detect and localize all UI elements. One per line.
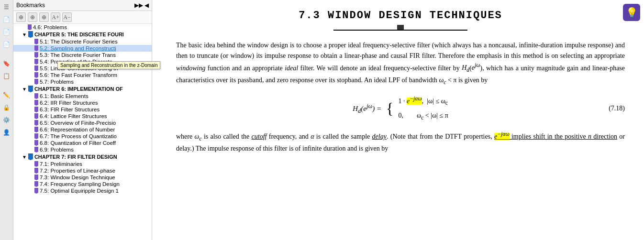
bookmark-icon-5-5	[34, 65, 38, 71]
bookmark-icon-6-2	[34, 100, 38, 106]
tree-label-7-5: 7.5: Optimal Equiripple Design 1	[40, 188, 119, 194]
tree-item-7-2[interactable]: 7.2: Properties of Linear-phase	[13, 167, 152, 174]
bookmark-icon-5-3	[34, 52, 38, 58]
nav-icon-6[interactable]: 📋	[1, 71, 12, 81]
tree-item-6-5[interactable]: 6.5: Overview of Finite-Precisio	[13, 120, 152, 126]
nav-icon-4[interactable]: 📄	[1, 39, 12, 50]
case-row-1: 1 · e−jαω, |ω| ≤ ωc	[398, 95, 448, 108]
tree-item-4-6[interactable]: 4.6: Problems	[13, 24, 152, 31]
tree-item-ch5[interactable]: ▼ CHAPTER 5: THE DISCRETE FOURI	[13, 31, 152, 38]
sidebar-header-icons: ▶▶ ◀	[134, 2, 149, 9]
tree-item-6-3[interactable]: 6.3: FIR Filter Structures	[13, 106, 152, 113]
tree-label-ch6: CHAPTER 6: IMPLEMENTATION OF	[34, 86, 123, 92]
equation-7-18: Hd(ejω) = { 1 · e−jαω, |ω| ≤ ωc 0, ωc < …	[176, 95, 625, 122]
nav-icon-8[interactable]: 🔒	[1, 102, 12, 113]
tree-item-7-3[interactable]: 7.3: Window Design Technique	[13, 174, 152, 181]
tree-item-ch7[interactable]: ▼ CHAPTER 7: FIR FILTER DESIGN	[13, 153, 152, 161]
tree-item-7-5[interactable]: 7.5: Optimal Equiripple Design 1	[13, 187, 152, 194]
math-cases: 1 · e−jαω, |ω| ≤ ωc 0, ωc < |ω| ≤ π	[398, 95, 448, 122]
tree-label-5-6: 5.6: The Fast Fourier Transform	[40, 72, 117, 78]
sidebar: Bookmarks ▶▶ ◀ ⊕ ⊕ ⊕ A+ A− 4.6: Problems…	[13, 0, 152, 240]
tree-label-5-2: 5.2: Sampling and Reconstructi	[40, 45, 116, 51]
tree-item-5-1[interactable]: 5.1: The Discrete Fourier Series	[13, 38, 152, 45]
content-area: The basic idea behind the window design …	[176, 40, 625, 154]
bookmark-icon-6-5	[34, 120, 38, 126]
expand-ch5[interactable]: ▼	[22, 32, 27, 37]
tree-item-ch6[interactable]: ▼ CHAPTER 6: IMPLEMENTATION OF	[13, 85, 152, 93]
toolbar-btn-1[interactable]: ⊕	[16, 12, 26, 22]
bookmark-icon-7-2	[34, 168, 38, 174]
bookmark-icon-5-6	[34, 72, 38, 78]
tree-label-7-2: 7.2: Properties of Linear-phase	[40, 168, 115, 174]
bookmark-icon-7-1	[34, 161, 38, 167]
tree-label-ch7: CHAPTER 7: FIR FILTER DESIGN	[34, 154, 117, 160]
hd-label: Hd(ejω) =	[353, 101, 381, 116]
toolbar-btn-a-plus[interactable]: A+	[51, 12, 60, 22]
nav-icon-5[interactable]: 🔖	[1, 58, 12, 69]
bookmark-icon-6-4	[34, 113, 38, 119]
tree-label-7-3: 7.3: Window Design Technique	[40, 175, 115, 180]
bookmark-icon-6-3	[34, 107, 38, 112]
sidebar-tree[interactable]: 4.6: Problems ▼ CHAPTER 5: THE DISCRETE …	[13, 24, 152, 240]
bookmark-icon-7-4	[34, 181, 38, 187]
tree-item-6-8[interactable]: 6.8: Quantization of Filter Coeff	[13, 140, 152, 146]
expand-ch6[interactable]: ▼	[22, 87, 27, 92]
nav-icon-10[interactable]: 👤	[1, 127, 12, 138]
tree-item-6-4[interactable]: 6.4: Lattice Filter Structures	[13, 113, 152, 120]
tree-item-7-4[interactable]: 7.4: Frequency Sampling Design	[13, 181, 152, 187]
nav-icon-9[interactable]: ⚙️	[1, 115, 12, 125]
bookmark-icon-4-6	[28, 24, 32, 30]
toolbar-btn-3[interactable]: ⊕	[39, 12, 49, 22]
tree-item-6-9[interactable]: 6.9: Problems	[13, 146, 152, 153]
tree-label-6-8: 6.8: Quantization of Filter Coeff	[40, 140, 116, 146]
nav-icon-3[interactable]: 📄	[1, 27, 12, 37]
tree-item-7-1[interactable]: 7.1: Preliminaries	[13, 161, 152, 167]
nav-icon-2[interactable]: 📄	[1, 14, 12, 25]
title-decoration	[397, 25, 404, 30]
tree-item-6-2[interactable]: 6.2: IIR Filter Structures	[13, 99, 152, 106]
tree-label-5-7: 5.7: Problems	[40, 79, 74, 85]
bookmark-icon-6-8	[34, 140, 38, 146]
lightbulb-button[interactable]: 💡	[623, 4, 640, 21]
page-title: 7.3 WINDOW DESIGN TECHNIQUES	[176, 10, 625, 22]
tree-item-5-2[interactable]: 5.2: Sampling and Reconstructi	[13, 45, 152, 52]
tree-label-7-1: 7.1: Preliminaries	[40, 161, 82, 167]
sidebar-header: Bookmarks ▶▶ ◀	[13, 0, 152, 11]
bookmark-icon-6-7	[34, 133, 38, 139]
toolbar-btn-2[interactable]: ⊕	[28, 12, 37, 22]
tree-item-6-1[interactable]: 6.1: Basic Elements	[13, 93, 152, 99]
tree-item-5-7[interactable]: 5.7: Problems	[13, 78, 152, 85]
tree-label-6-9: 6.9: Problems	[40, 147, 74, 153]
tree-label-6-7: 6.7: The Process of Quantizatio	[40, 133, 117, 139]
bookmark-icon-6-9	[34, 147, 38, 153]
bookmark-icon-5-7	[34, 79, 38, 85]
sidebar-title: Bookmarks	[16, 2, 45, 9]
tree-label-5-3: 5.3: The Discrete Fourier Trans	[40, 52, 116, 58]
tree-label-6-4: 6.4: Lattice Filter Structures	[40, 113, 107, 119]
tree-item-5-6[interactable]: 5.6: The Fast Fourier Transform	[13, 72, 152, 78]
equation-number: (7.18)	[609, 103, 625, 114]
tree-item-6-6[interactable]: 6.6: Representation of Number	[13, 126, 152, 133]
brace-symbol: {	[386, 101, 393, 116]
bookmark-icon-7-3	[34, 175, 38, 180]
tree-label-6-6: 6.6: Representation of Number	[40, 127, 115, 132]
expand-ch7[interactable]: ▼	[22, 154, 27, 160]
toolbar-btn-a-minus[interactable]: A−	[62, 12, 72, 22]
paragraph-1: The basic idea behind the window design …	[176, 40, 625, 87]
nav-icon-7[interactable]: ✏️	[1, 90, 12, 100]
bookmark-icon-ch5	[28, 31, 33, 38]
tree-item-6-7[interactable]: 6.7: The Process of Quantizatio	[13, 133, 152, 140]
tree-label-6-2: 6.2: IIR Filter Structures	[40, 100, 98, 106]
bookmark-icon-ch6	[28, 86, 33, 92]
bookmark-icon-6-1	[34, 93, 38, 99]
main-content: 💡 7.3 WINDOW DESIGN TECHNIQUES The basic…	[152, 0, 644, 240]
tree-item-5-3[interactable]: 5.3: The Discrete Fourier Trans	[13, 52, 152, 58]
tree-label-4-6: 4.6: Problems	[33, 24, 67, 30]
collapse-icon[interactable]: ◀	[144, 2, 149, 9]
nav-icon-1[interactable]: ☰	[1, 2, 12, 12]
bookmark-icon-5-1	[34, 39, 38, 44]
tree-label-ch5: CHAPTER 5: THE DISCRETE FOURI	[34, 32, 124, 37]
bookmark-icon-7-5	[34, 188, 38, 194]
tooltip-popup: Sampling and Reconstruction in the z-Dom…	[57, 61, 152, 69]
expand-icon[interactable]: ▶▶	[134, 2, 143, 9]
